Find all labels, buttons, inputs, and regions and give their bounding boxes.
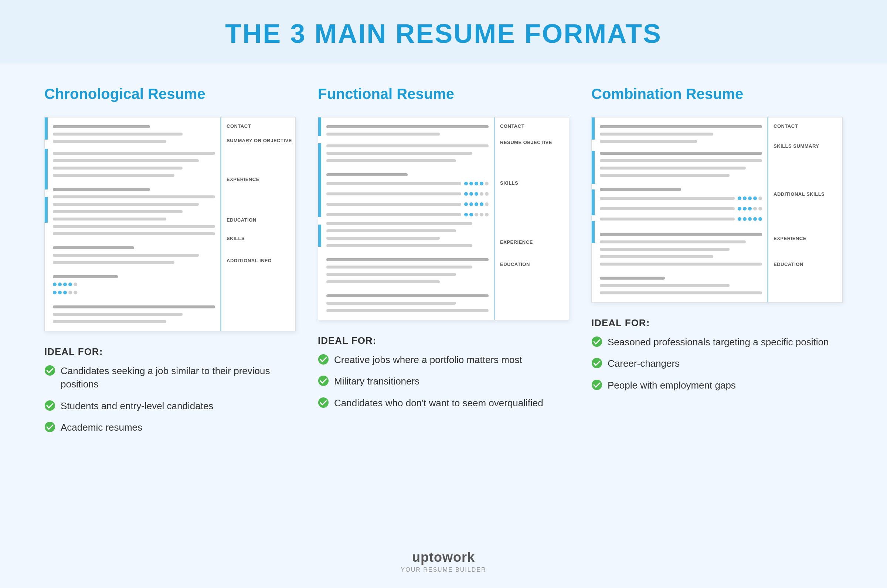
chronological-labels: CONTACT SUMMARY OR OBJECTIVE EXPERIENCE … <box>221 117 295 331</box>
chronological-ideal-label: IDEAL FOR: <box>44 346 296 357</box>
check-icon-c1 <box>591 357 603 369</box>
functional-resume-preview: CONTACT RESUME OBJECTIVE SKILLS EXPERIEN… <box>318 117 569 320</box>
functional-page-lines <box>321 117 495 320</box>
functional-column: Functional Resume <box>318 86 569 418</box>
content-area: Chronological Resume <box>0 63 887 465</box>
combination-resume-preview: CONTACT SKILLS SUMMARY ADDITIONAL SKILLS… <box>591 117 843 303</box>
footer-logo: uptowork <box>0 550 887 565</box>
combination-item-2: People with employment gaps <box>591 379 843 392</box>
functional-ideal-label: IDEAL FOR: <box>318 335 569 346</box>
chronological-item-text-2: Academic resumes <box>61 421 142 434</box>
chronological-resume-preview: CONTACT SUMMARY OR OBJECTIVE EXPERIENCE … <box>44 117 296 331</box>
chronological-title: Chronological Resume <box>44 86 296 102</box>
functional-item-2: Candidates who don't want to seem overqu… <box>318 396 569 410</box>
combination-item-text-1: Career-changers <box>607 357 680 370</box>
header-band: THE 3 MAIN RESUME FORMATS <box>0 0 887 63</box>
functional-item-text-0: Creative jobs where a portfolio matters … <box>334 353 522 366</box>
svg-point-5 <box>318 398 329 408</box>
label-summary: SUMMARY OR OBJECTIVE <box>227 138 292 143</box>
label-addinfo: ADDITIONAL INFO <box>227 258 272 263</box>
svg-point-3 <box>318 354 329 364</box>
check-icon-c0 <box>591 336 603 347</box>
label-education3: EDUCATION <box>774 261 803 267</box>
functional-item-0: Creative jobs where a portfolio matters … <box>318 353 569 366</box>
combination-item-text-2: People with employment gaps <box>607 379 736 392</box>
combination-column: Combination Resume <box>591 86 843 400</box>
functional-item-text-1: Military transitioners <box>334 375 419 388</box>
combination-labels: CONTACT SKILLS SUMMARY ADDITIONAL SKILLS… <box>768 117 842 302</box>
chronological-item-text-1: Students and entry-level candidates <box>61 399 213 412</box>
label-experience2: EXPERIENCE <box>500 239 533 245</box>
label-skillssum: SKILLS SUMMARY <box>774 143 819 149</box>
combination-page-lines <box>595 117 768 302</box>
chronological-item-1: Students and entry-level candidates <box>44 399 296 412</box>
combination-ideal-label: IDEAL FOR: <box>591 317 843 329</box>
label-experience: EXPERIENCE <box>227 177 259 182</box>
combination-ideal: IDEAL FOR: Seasoned professionals target… <box>591 317 843 400</box>
check-icon-f2 <box>318 397 329 408</box>
footer-tagline: YOUR RESUME BUILDER <box>0 567 887 573</box>
svg-point-4 <box>318 376 329 386</box>
combination-item-text-0: Seasoned professionals targeting a speci… <box>607 335 828 349</box>
combination-item-1: Career-changers <box>591 357 843 370</box>
page-title: THE 3 MAIN RESUME FORMATS <box>0 18 887 49</box>
functional-ideal: IDEAL FOR: Creative jobs where a portfol… <box>318 335 569 418</box>
chronological-column: Chronological Resume <box>44 86 296 442</box>
check-icon-c2 <box>591 380 603 390</box>
functional-title: Functional Resume <box>318 86 569 102</box>
functional-labels: CONTACT RESUME OBJECTIVE SKILLS EXPERIEN… <box>495 117 569 320</box>
label-education2: EDUCATION <box>500 261 530 267</box>
svg-point-6 <box>592 336 602 347</box>
label-skills: SKILLS <box>227 236 245 241</box>
combination-title: Combination Resume <box>591 86 843 102</box>
label-contact: CONTACT <box>227 123 251 129</box>
check-icon-0 <box>44 365 56 376</box>
check-icon-2 <box>44 422 56 432</box>
footer: uptowork YOUR RESUME BUILDER <box>0 538 887 588</box>
chronological-page-lines <box>48 117 221 331</box>
chronological-item-0: Candidates seeking a job similar to thei… <box>44 364 296 391</box>
svg-point-0 <box>45 365 55 376</box>
chronological-item-2: Academic resumes <box>44 421 296 434</box>
label-contact2: CONTACT <box>500 123 525 129</box>
label-objective: RESUME OBJECTIVE <box>500 140 552 145</box>
svg-point-7 <box>592 358 602 368</box>
svg-point-8 <box>592 380 602 390</box>
svg-point-2 <box>45 422 55 432</box>
combination-item-0: Seasoned professionals targeting a speci… <box>591 335 843 349</box>
functional-item-text-2: Candidates who don't want to seem overqu… <box>334 396 543 410</box>
chronological-item-text-0: Candidates seeking a job similar to thei… <box>61 364 296 391</box>
svg-point-1 <box>45 400 55 411</box>
label-education: EDUCATION <box>227 217 257 223</box>
check-icon-1 <box>44 400 56 411</box>
functional-item-1: Military transitioners <box>318 375 569 388</box>
label-contact3: CONTACT <box>774 123 798 129</box>
check-icon-f0 <box>318 354 329 365</box>
check-icon-f1 <box>318 375 329 386</box>
label-experience3: EXPERIENCE <box>774 236 806 241</box>
label-skills2: SKILLS <box>500 180 518 186</box>
label-addskills: ADDITIONAL SKILLS <box>774 191 825 197</box>
chronological-ideal: IDEAL FOR: Candidates seeking a job simi… <box>44 346 296 442</box>
